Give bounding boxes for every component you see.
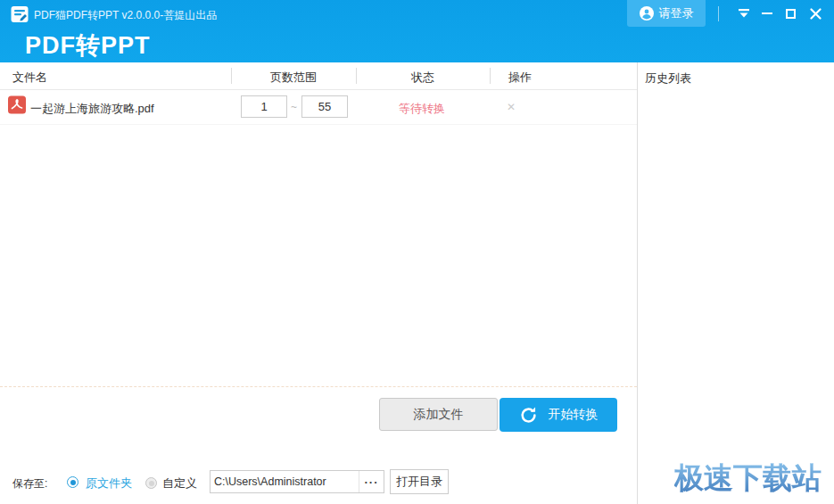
radio-custom[interactable] (145, 477, 157, 489)
table-header: 文件名 页数范围 状态 操作 (0, 62, 637, 90)
open-directory-button[interactable]: 打开目录 (390, 469, 449, 494)
app-window: PDF猫PDF转PPT v2.0.0.0-菩提山出品 PDF转PPT 请登录 (0, 0, 834, 504)
header-band: PDF猫PDF转PPT v2.0.0.0-菩提山出品 PDF转PPT 请登录 (0, 0, 834, 62)
app-icon (11, 5, 29, 23)
column-divider (356, 68, 357, 84)
minimize-button[interactable] (757, 0, 777, 27)
window-title: PDF猫PDF转PPT v2.0.0.0-菩提山出品 (34, 8, 217, 23)
main-panel: 文件名 页数范围 状态 操作 一起游上海旅游攻略.pdf ~ 等待转换 ✕ 添加… (0, 62, 637, 504)
page-title: PDF转PPT (25, 29, 151, 62)
pdf-file-icon (8, 95, 26, 114)
table-row: 一起游上海旅游攻略.pdf ~ 等待转换 ✕ (0, 91, 637, 125)
save-to-label: 保存至: (12, 476, 47, 492)
save-path-input[interactable] (211, 471, 359, 492)
column-divider (231, 68, 232, 84)
range-separator: ~ (291, 101, 297, 113)
history-list-title: 历史列表 (645, 70, 691, 87)
login-button[interactable]: 请登录 (627, 0, 706, 27)
status-text: 等待转换 (399, 101, 445, 117)
watermark-text: 极速下载站 (674, 459, 822, 499)
column-divider (490, 68, 491, 84)
login-label: 请登录 (659, 5, 694, 21)
radio-original-folder[interactable] (67, 476, 78, 488)
start-convert-label: 开始转换 (549, 407, 599, 423)
browse-folder-button[interactable]: ··· (359, 471, 384, 492)
start-convert-button[interactable]: 开始转换 (500, 398, 617, 432)
page-to-input[interactable] (301, 95, 348, 118)
menu-dropdown-icon (738, 8, 750, 19)
add-file-button[interactable]: 添加文件 (379, 398, 498, 431)
close-button[interactable] (804, 0, 827, 27)
save-path-box: ··· (210, 470, 384, 493)
option-custom[interactable]: 自定义 (162, 475, 197, 492)
column-filename: 文件名 (12, 70, 47, 86)
delete-file-icon[interactable]: ✕ (507, 100, 516, 114)
option-original-folder[interactable]: 原文件夹 (86, 475, 132, 492)
refresh-icon (519, 406, 538, 425)
close-icon (810, 8, 822, 20)
column-page-range: 页数范围 (270, 70, 317, 86)
user-icon (640, 6, 654, 21)
dashed-divider (0, 386, 637, 387)
column-status: 状态 (411, 70, 434, 86)
column-operation: 操作 (508, 70, 532, 86)
minimize-icon (762, 12, 772, 14)
file-name: 一起游上海旅游攻略.pdf (30, 101, 154, 117)
page-from-input[interactable] (241, 95, 287, 118)
maximize-icon (786, 9, 796, 19)
titlebar-separator (718, 6, 719, 21)
main-menu-button[interactable] (733, 0, 755, 27)
history-sidebar: 历史列表 极速下载站 (637, 62, 834, 504)
maximize-button[interactable] (780, 0, 801, 27)
